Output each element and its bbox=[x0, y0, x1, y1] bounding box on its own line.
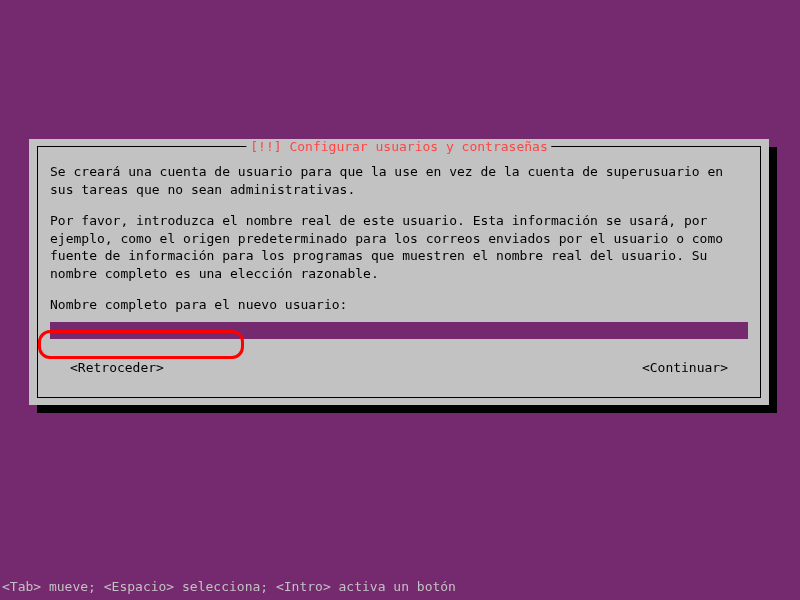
back-button[interactable]: <Retroceder> bbox=[70, 359, 164, 377]
fullname-input[interactable] bbox=[50, 322, 748, 339]
intro-paragraph-1: Se creará una cuenta de usuario para que… bbox=[50, 163, 748, 198]
intro-paragraph-2: Por favor, introduzca el nombre real de … bbox=[50, 212, 748, 282]
continue-button[interactable]: <Continuar> bbox=[642, 359, 728, 377]
keyboard-hint: <Tab> mueve; <Espacio> selecciona; <Intr… bbox=[0, 579, 456, 594]
dialog-border: [!!] Configurar usuarios y contraseñas S… bbox=[37, 146, 761, 398]
installer-dialog: [!!] Configurar usuarios y contraseñas S… bbox=[29, 139, 769, 405]
dialog-title: [!!] Configurar usuarios y contraseñas bbox=[246, 139, 551, 154]
dialog-content: Se creará una cuenta de usuario para que… bbox=[38, 147, 760, 384]
fullname-prompt-label: Nombre completo para el nuevo usuario: bbox=[50, 296, 748, 314]
button-row: <Retroceder> <Continuar> bbox=[50, 359, 748, 377]
